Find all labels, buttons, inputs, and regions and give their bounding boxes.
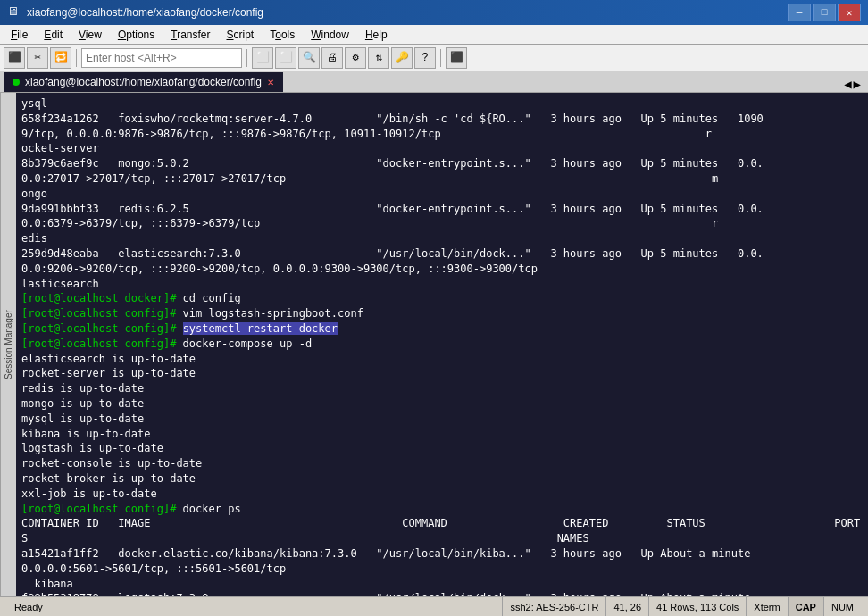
session-manager-label: Session Manager	[4, 310, 13, 379]
toolbar-key-btn[interactable]: 🔑	[391, 47, 413, 69]
toolbar-paste-btn[interactable]: ⬜	[275, 47, 296, 69]
status-position: 41, 26	[606, 597, 649, 616]
menu-window[interactable]: Window	[304, 27, 356, 43]
toolbar: ⬛ ✂ 🔁 ⬜ ⬜ 🔍 🖨 ⚙ ⇅ 🔑 ? ⬛	[0, 45, 868, 71]
menu-script[interactable]: Script	[220, 27, 262, 43]
status-terminal-type: Xterm	[747, 597, 788, 616]
toolbar-help-btn[interactable]: ?	[414, 47, 436, 69]
terminal-tab[interactable]: xiaofang@localhost:/home/xiaofang/docker…	[4, 72, 283, 92]
tab-close-btn[interactable]: ✕	[267, 78, 274, 87]
toolbar-copy-btn[interactable]: ⬜	[252, 47, 273, 69]
menu-bar: File Edit View Options Transfer Script T…	[0, 25, 868, 45]
main-area: Session Manager ysql 658f234a1262 foxisw…	[0, 93, 868, 596]
toolbar-sep-2	[246, 49, 247, 67]
status-caps: CAP	[789, 597, 824, 616]
title-bar-left: 🖥 xiaofang@localhost:/home/xiaofang/dock…	[7, 5, 263, 20]
toolbar-sep-1	[76, 49, 77, 67]
menu-options[interactable]: Options	[111, 27, 162, 43]
tab-status-dot	[13, 79, 20, 86]
close-button[interactable]: ✕	[838, 4, 861, 21]
status-caps-text: CAP	[796, 602, 816, 612]
status-ready: Ready	[7, 597, 503, 616]
menu-help[interactable]: Help	[358, 27, 395, 43]
toolbar-print-btn[interactable]: 🖨	[321, 47, 343, 69]
toolbar-find-btn[interactable]: 🔍	[298, 47, 320, 69]
tab-bar: xiaofang@localhost:/home/xiaofang/docker…	[0, 71, 868, 93]
host-input[interactable]	[81, 48, 242, 68]
menu-edit[interactable]: Edit	[37, 27, 70, 43]
title-bar-text: xiaofang@localhost:/home/xiaofang/docker…	[27, 6, 263, 19]
status-connection: ssh2: AES-256-CTR	[503, 597, 606, 616]
app-icon: 🖥	[7, 5, 21, 20]
session-manager[interactable]: Session Manager	[0, 93, 16, 596]
menu-file[interactable]: File	[4, 27, 35, 43]
status-terminal-type-text: Xterm	[754, 602, 780, 612]
toolbar-sep-3	[440, 49, 441, 67]
status-bar: Ready ssh2: AES-256-CTR 41, 26 41 Rows, …	[0, 596, 868, 616]
minimize-button[interactable]: —	[788, 4, 811, 21]
terminal-output: ysql 658f234a1262 foxiswho/rocketmq:serv…	[21, 96, 863, 596]
toolbar-open-btn[interactable]: ✂	[27, 47, 48, 69]
status-connection-text: ssh2: AES-256-CTR	[510, 602, 598, 612]
tab-prev-btn[interactable]: ◀	[844, 77, 851, 92]
status-ready-text: Ready	[14, 602, 43, 612]
status-rows-cols: 41 Rows, 113 Cols	[649, 597, 747, 616]
status-num-text: NUM	[831, 602, 854, 612]
title-bar: 🖥 xiaofang@localhost:/home/xiaofang/dock…	[0, 0, 868, 25]
menu-view[interactable]: View	[71, 27, 109, 43]
tab-next-btn[interactable]: ▶	[854, 77, 861, 92]
toolbar-extra-btn[interactable]: ⬛	[446, 47, 467, 69]
maximize-button[interactable]: □	[813, 4, 836, 21]
status-num: NUM	[824, 597, 861, 616]
toolbar-settings-btn[interactable]: ⚙	[345, 47, 366, 69]
menu-transfer[interactable]: Transfer	[163, 27, 217, 43]
tab-label: xiaofang@localhost:/home/xiaofang/docker…	[25, 76, 262, 88]
status-rows-cols-text: 41 Rows, 113 Cols	[656, 602, 739, 612]
status-position-text: 41, 26	[613, 602, 641, 612]
menu-tools[interactable]: Tools	[263, 27, 302, 43]
toolbar-transfer-btn[interactable]: ⇅	[368, 47, 389, 69]
toolbar-properties-btn[interactable]: 🔁	[50, 47, 71, 69]
toolbar-new-btn[interactable]: ⬛	[4, 47, 25, 69]
terminal[interactable]: ysql 658f234a1262 foxiswho/rocketmq:serv…	[16, 93, 868, 596]
title-bar-controls: — □ ✕	[788, 4, 861, 21]
